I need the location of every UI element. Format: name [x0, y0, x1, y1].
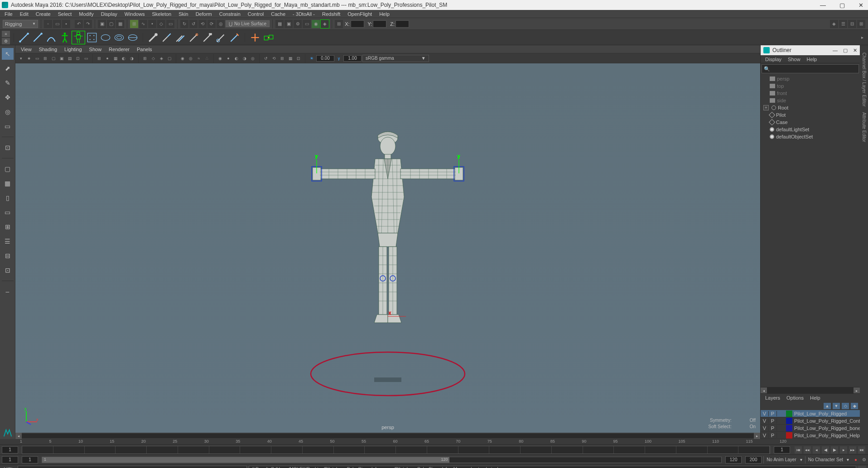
menu-3dtoall[interactable]: - 3DtoAll -	[289, 11, 318, 17]
scroll-right-icon[interactable]: ▸	[854, 387, 860, 394]
layer-visibility-toggle[interactable]: V	[761, 411, 769, 416]
outliner-item-pilot[interactable]: Pilot	[762, 111, 859, 119]
construction-history-4-icon[interactable]: ⟳	[207, 20, 216, 28]
play-forward-button[interactable]: ▶	[831, 446, 838, 454]
undo-icon[interactable]: ↶	[75, 20, 83, 28]
modeling-toolkit-icon[interactable]: ◈	[830, 20, 838, 28]
coord-x-input[interactable]	[351, 20, 364, 28]
coord-y-input[interactable]	[373, 20, 386, 28]
layer-visibility-toggle[interactable]: V	[761, 433, 769, 438]
layer-menu-layers[interactable]: Layers	[762, 395, 783, 401]
go-end-button[interactable]: ⏭	[858, 446, 865, 454]
render-layer-icon[interactable]: ◈	[321, 20, 329, 28]
ipr-render-icon[interactable]: ▣	[285, 20, 293, 28]
exposure-icon[interactable]: ☀	[308, 55, 315, 62]
paint-weights-icon[interactable]	[147, 31, 159, 44]
normals-icon[interactable]: ⊞	[279, 55, 286, 62]
grid-toggle-icon[interactable]: ⊞	[42, 55, 49, 62]
construction-history-5-icon[interactable]: ◎	[217, 20, 225, 28]
prune-weights-icon[interactable]	[188, 31, 200, 44]
ao-icon[interactable]: ◎	[187, 55, 194, 62]
layer-row[interactable]: V P Pilot_Low_Poly_Rigged	[761, 410, 860, 417]
playback-prefs-icon[interactable]: ⚙	[860, 456, 868, 464]
anim-layer-dropdown[interactable]: No Anim Layer▾	[763, 456, 805, 463]
outliner-item-objectset[interactable]: defaultObjectSet	[762, 133, 859, 140]
wireframe-icon[interactable]: ⊞	[96, 55, 103, 62]
range-track[interactable]: 1 120	[42, 457, 722, 463]
outliner-close-icon[interactable]: ✕	[853, 48, 857, 53]
outliner-menu-show[interactable]: Show	[785, 56, 803, 62]
rigid-bind-icon[interactable]	[113, 31, 125, 44]
hypershade-layout[interactable]: ⊡	[2, 264, 14, 276]
select-tool[interactable]: ↖	[2, 48, 14, 60]
move-tool[interactable]: ✥	[2, 91, 14, 103]
step-back-key-button[interactable]: ◂◂	[804, 446, 811, 454]
graph-layout[interactable]: ⊟	[2, 250, 14, 262]
select-component-icon[interactable]: ▦	[116, 20, 124, 28]
last-tool[interactable]: ⊡	[2, 142, 14, 153]
custom-layout[interactable]: –	[2, 286, 14, 297]
live-surface-toggle[interactable]: ⋃ No Live Surface	[226, 20, 270, 27]
weight-tool-icon[interactable]	[215, 31, 227, 44]
range-end-field[interactable]: 200	[745, 456, 762, 463]
two-pane-v-layout[interactable]: ▯	[2, 192, 14, 204]
hammer-weights-icon[interactable]	[201, 31, 214, 44]
horizontal-scrollbar[interactable]	[22, 434, 754, 438]
xray-icon[interactable]: ◇	[149, 55, 157, 62]
layer-down-icon[interactable]: ▼	[833, 403, 840, 409]
render-current-icon[interactable]: ▦	[275, 20, 284, 28]
isolate-icon[interactable]: ▢	[166, 55, 173, 62]
safe-action-icon[interactable]: ▭	[82, 55, 90, 62]
menu-windows[interactable]: Windows	[121, 11, 149, 17]
layer-playback-toggle[interactable]: P	[769, 433, 777, 438]
layer-up-icon[interactable]: ▲	[824, 403, 831, 409]
constraint-parent-icon[interactable]	[249, 31, 261, 44]
maya-logo-icon[interactable]	[2, 427, 14, 439]
layer-playback-toggle[interactable]: P	[769, 425, 777, 431]
lattice-icon[interactable]	[126, 31, 139, 44]
render-settings-icon[interactable]: ⚙	[294, 20, 302, 28]
range-handle[interactable]: 1 120	[42, 457, 449, 463]
bookmark-icon[interactable]: ★	[25, 55, 33, 62]
menu-redshift[interactable]: Redshift	[318, 11, 344, 17]
new-scene-icon[interactable]: ▫	[44, 20, 52, 28]
snap-view-icon[interactable]: ▭	[166, 20, 174, 28]
construction-history-2-icon[interactable]: ↺	[189, 20, 198, 28]
outliner-layout[interactable]: ☰	[2, 235, 14, 247]
construction-history-3-icon[interactable]: ⟲	[198, 20, 207, 28]
layer-visibility-toggle[interactable]: V	[761, 418, 769, 424]
gamma-field[interactable]: 1.00	[343, 55, 362, 62]
layer-visibility-toggle[interactable]: V	[761, 425, 769, 431]
playback-start-field[interactable]: 1	[22, 456, 38, 463]
coord-z-input[interactable]	[395, 20, 409, 28]
snap-curve-icon[interactable]: ∿	[139, 20, 147, 28]
ik-spline-icon[interactable]	[45, 31, 58, 44]
open-scene-icon[interactable]: ▭	[53, 20, 61, 28]
layer-menu-help[interactable]: Help	[807, 395, 823, 401]
layer-new-empty-icon[interactable]: ◇	[842, 403, 849, 409]
panel-menu-lighting[interactable]: Lighting	[62, 46, 85, 53]
image-plane-icon[interactable]: ▭	[34, 55, 41, 62]
film-gate-icon[interactable]: ▢	[50, 55, 57, 62]
two-sided-icon[interactable]: ⟲	[270, 55, 278, 62]
poly-count-icon[interactable]: ▦	[287, 55, 294, 62]
menu-modify[interactable]: Modify	[75, 11, 97, 17]
panel-menu-show[interactable]: Show	[87, 46, 105, 53]
select-hierarchy-icon[interactable]: ▣	[98, 20, 106, 28]
viewport-3d[interactable]: y y x y x persp Symmetry: Off	[15, 63, 760, 433]
outliner-item-persp[interactable]: persp	[762, 75, 859, 82]
color-space-dropdown[interactable]: sRGB gamma ▼	[362, 55, 429, 62]
fog-icon[interactable]: ◐	[233, 55, 240, 62]
tab-attribute-editor[interactable]: Attribute Editor	[861, 110, 868, 145]
menu-skin[interactable]: Skin	[175, 11, 192, 17]
shelf-settings-button[interactable]: ⚙	[2, 38, 10, 44]
step-back-button[interactable]: ◂	[813, 446, 820, 454]
shelf-tab-button[interactable]: ≡	[2, 31, 10, 37]
hq-render-icon[interactable]: ◉	[179, 55, 186, 62]
smooth-bind-icon[interactable]	[99, 31, 112, 44]
hypershade-icon[interactable]: ◉	[312, 20, 320, 28]
outliner-item-root[interactable]: +Root	[762, 104, 859, 111]
reflections-icon[interactable]: ◎	[249, 55, 256, 62]
dof-icon[interactable]: ◉	[217, 55, 224, 62]
step-forward-key-button[interactable]: ▸▸	[849, 446, 856, 454]
